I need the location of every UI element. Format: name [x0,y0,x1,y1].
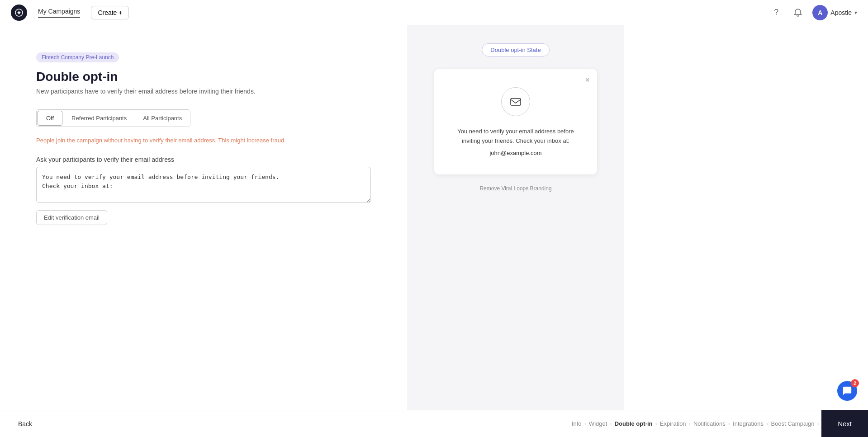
create-button[interactable]: Create + [91,6,129,19]
page-title: Double opt-in [36,70,371,84]
breadcrumb: Info › Widget › Double opt-in › Expirati… [572,420,850,427]
sep1: › [584,420,586,427]
chat-badge: 2 [851,379,859,387]
back-button[interactable]: Back [18,420,32,428]
user-name: Apostle [830,9,852,16]
preview-pill-label: Double opt-in State [482,43,549,56]
preview-close-icon[interactable]: × [585,75,590,85]
breadcrumb-integrations[interactable]: Integrations [733,420,764,427]
next-button[interactable]: Next [821,410,868,437]
chevron-down-icon: ▾ [854,9,857,16]
header-right: ? A Apostle ▾ [769,5,857,20]
preview-card: × You need to verify your email address … [434,69,597,174]
breadcrumb-double-optin[interactable]: Double opt-in [615,420,653,427]
user-info[interactable]: A Apostle ▾ [812,5,857,20]
app-logo[interactable] [11,5,27,21]
preview-panel: Double opt-in State × You need to verify… [407,25,624,410]
warning-text: People join the campaign without having … [36,136,371,145]
double-optin-toggle-group: Off Referred Participants All Participan… [36,109,190,127]
sep2: › [610,420,612,427]
campaign-badge: Fintech Company Pre-Launch [36,52,119,62]
help-icon[interactable]: ? [769,5,783,20]
toggle-all[interactable]: All Participants [135,110,190,127]
edit-verification-email-button[interactable]: Edit verification email [36,210,107,225]
header: My Campaigns Create + ? A Apostle ▾ [0,0,868,25]
preview-text: You need to verify your email address be… [448,127,583,146]
breadcrumb-info[interactable]: Info [572,420,582,427]
toggle-referred[interactable]: Referred Participants [63,110,135,127]
sep5: › [728,420,730,427]
breadcrumb-widget[interactable]: Widget [589,420,607,427]
sep7: › [817,420,819,427]
svg-rect-2 [511,99,521,105]
header-left: My Campaigns Create + [11,5,129,21]
remove-branding-link[interactable]: Remove Viral Loops Branding [479,185,551,192]
page-description: New participants have to verify their em… [36,88,371,95]
main-content: Fintech Company Pre-Launch Double opt-in… [0,25,868,410]
verify-message-textarea[interactable] [36,167,371,203]
preview-email: john@example.com [448,150,583,156]
chat-bubble[interactable]: 2 [837,381,857,401]
nav-my-campaigns[interactable]: My Campaigns [38,8,80,18]
sep3: › [655,420,657,427]
breadcrumb-expiration[interactable]: Expiration [660,420,686,427]
email-icon [501,87,530,116]
toggle-off[interactable]: Off [38,111,62,126]
content-area: Fintech Company Pre-Launch Double opt-in… [0,25,407,410]
svg-point-1 [18,12,20,14]
avatar: A [812,5,828,20]
footer: Back Info › Widget › Double opt-in › Exp… [0,410,868,437]
breadcrumb-boost-campaign[interactable]: Boost Campaign [771,420,814,427]
field-label: Ask your participants to verify their em… [36,156,371,163]
breadcrumb-notifications[interactable]: Notifications [693,420,726,427]
notifications-icon[interactable] [791,5,805,20]
sep4: › [689,420,691,427]
sep6: › [766,420,768,427]
